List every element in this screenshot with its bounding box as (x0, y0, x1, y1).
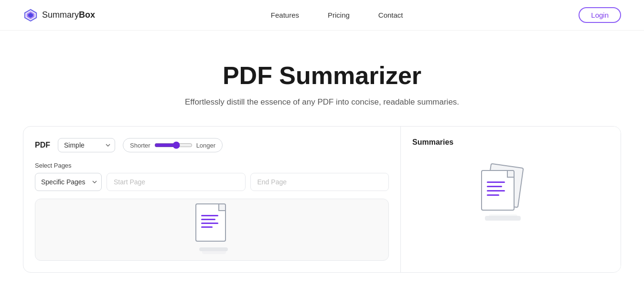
logo[interactable]: SummaryBox (23, 8, 95, 23)
start-page-input[interactable] (107, 173, 246, 191)
logo-text: SummaryBox (42, 10, 95, 20)
length-slider-wrapper: Shorter Longer (123, 138, 223, 152)
nav-features[interactable]: Features (271, 11, 299, 19)
end-page-input[interactable] (250, 173, 389, 191)
shorter-label: Shorter (130, 142, 150, 149)
main-card: PDF Simple Detailed Bullet Points Shorte… (23, 126, 621, 273)
hero-title: PDF Summarizer (10, 61, 634, 90)
summaries-content (412, 156, 609, 228)
login-button[interactable]: Login (579, 7, 621, 23)
nav-pricing[interactable]: Pricing (328, 11, 350, 19)
pdf-icon (191, 203, 234, 256)
panel-title: PDF (35, 141, 50, 149)
logo-icon (23, 8, 38, 23)
mode-select[interactable]: Simple Detailed Bullet Points (58, 138, 115, 152)
nav-contact[interactable]: Contact (378, 11, 403, 19)
select-pages-label: Select Pages (35, 162, 389, 169)
hero-subtitle: Effortlessly distill the essence of any … (10, 97, 634, 107)
pdf-drop-zone[interactable] (35, 199, 389, 261)
longer-label: Longer (196, 142, 215, 149)
right-panel: Summaries (401, 127, 621, 272)
summaries-icon (477, 163, 544, 221)
length-slider[interactable] (154, 141, 193, 149)
left-panel: PDF Simple Detailed Bullet Points Shorte… (23, 127, 401, 272)
summaries-title: Summaries (412, 138, 609, 147)
pages-dropdown[interactable]: Specific Pages All Pages (35, 173, 102, 191)
